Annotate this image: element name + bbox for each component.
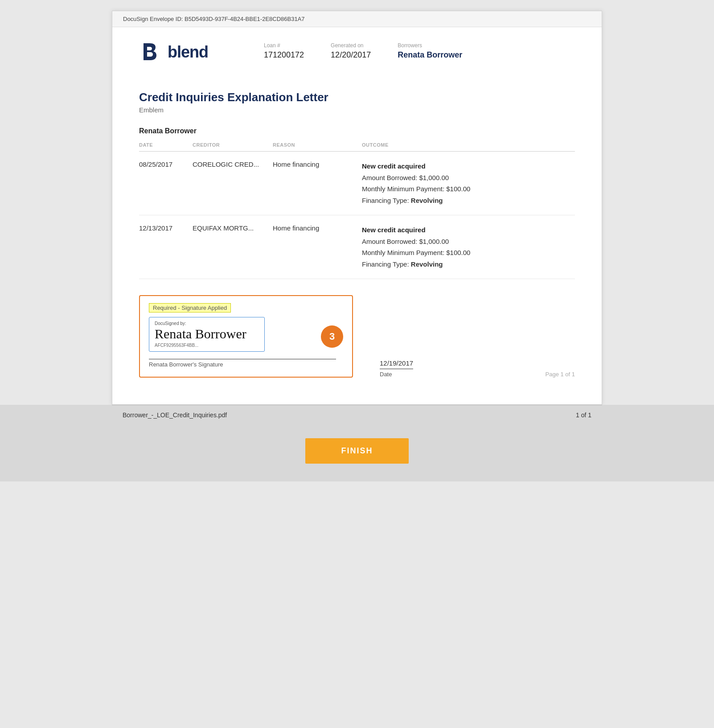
- col-reason: REASON: [273, 142, 362, 148]
- generated-date: 12/20/2017: [331, 50, 371, 60]
- brand-wordmark: blend: [168, 43, 208, 62]
- col-creditor: CREDITOR: [193, 142, 273, 148]
- row2-outcome-line2: Monthly Minimum Payment: $100.00: [362, 247, 575, 259]
- row2-outcome-line3: Financing Type: Revolving: [362, 259, 575, 270]
- document-container: DocuSign Envelope ID: B5D5493D-937F-4B24…: [112, 11, 602, 405]
- footer-filename: Borrower_-_LOE_Credit_Inquiries.pdf: [123, 411, 227, 419]
- sig-bottom-row: 12/19/2017 Date Page 1 of 1: [380, 359, 575, 378]
- finish-area: FINISH: [0, 425, 714, 481]
- loan-meta: Loan # 171200172: [264, 42, 304, 60]
- header-meta: Loan # 171200172 Generated on 12/20/2017…: [264, 41, 462, 60]
- row1-outcome-line1: Amount Borrowed: $1,000.00: [362, 172, 575, 184]
- col-date: DATE: [139, 142, 193, 148]
- signature-box[interactable]: Required - Signature Applied DocuSigned …: [139, 295, 353, 378]
- borrowers-name: Renata Borrower: [398, 50, 462, 60]
- sig-circle-badge: 3: [321, 325, 343, 348]
- loan-number: 171200172: [264, 50, 304, 60]
- blend-logo-icon: [139, 41, 162, 64]
- row1-reason: Home financing: [273, 160, 362, 168]
- finish-button[interactable]: FINISH: [305, 438, 408, 464]
- generated-meta: Generated on 12/20/2017: [331, 42, 371, 60]
- col-outcome: OUTCOME: [362, 142, 575, 148]
- docusign-envelope-id: DocuSign Envelope ID: B5D5493D-937F-4B24…: [123, 16, 305, 22]
- sig-inner-box: DocuSigned by: Renata Borrower AFCF92955…: [149, 317, 265, 352]
- table-row: 08/25/2017 CORELOGIC CRED... Home financ…: [139, 152, 575, 215]
- row2-outcome: New credit acquired Amount Borrowed: $1,…: [362, 224, 575, 270]
- document-body: Credit Inquiries Explanation Letter Embl…: [112, 73, 602, 404]
- sig-row: DocuSigned by: Renata Borrower AFCF92955…: [149, 317, 343, 354]
- date-label: Date: [380, 371, 413, 378]
- header-section: blend Loan # 171200172 Generated on 12/2…: [112, 27, 602, 73]
- row1-outcome-line3: Financing Type: Revolving: [362, 195, 575, 206]
- date-value: 12/19/2017: [380, 359, 413, 369]
- page-wrapper: DocuSign Envelope ID: B5D5493D-937F-4B24…: [0, 0, 714, 481]
- row2-outcome-line1: Amount Borrowed: $1,000.00: [362, 236, 575, 247]
- sig-name-cursive: Renata Borrower: [155, 326, 259, 342]
- table-header: DATE CREDITOR REASON OUTCOME: [139, 142, 575, 152]
- row2-reason: Home financing: [273, 224, 362, 232]
- logo-area: blend: [139, 41, 237, 64]
- signature-section: Required - Signature Applied DocuSigned …: [139, 295, 575, 378]
- document-borrower-name: Renata Borrower: [139, 127, 575, 135]
- row2-outcome-title: New credit acquired: [362, 224, 575, 236]
- document-title: Credit Inquiries Explanation Letter: [139, 90, 575, 104]
- row2-creditor: EQUIFAX MORTG...: [193, 224, 273, 232]
- generated-label: Generated on: [331, 42, 371, 49]
- sig-hash: AFCF9295563F4BB...: [155, 343, 259, 348]
- table-row: 12/13/2017 EQUIFAX MORTG... Home financi…: [139, 215, 575, 279]
- row1-date: 08/25/2017: [139, 160, 193, 168]
- outer-bg-top: DocuSign Envelope ID: B5D5493D-937F-4B24…: [0, 0, 714, 405]
- document-subtitle: Emblem: [139, 106, 575, 114]
- docusigned-label: DocuSigned by:: [155, 321, 259, 326]
- row1-outcome-line2: Monthly Minimum Payment: $100.00: [362, 183, 575, 195]
- docusign-banner: DocuSign Envelope ID: B5D5493D-937F-4B24…: [112, 11, 602, 27]
- borrowers-label: Borrowers: [398, 42, 462, 49]
- sig-label: Renata Borrower's Signature: [149, 361, 343, 368]
- required-badge: Required - Signature Applied: [149, 303, 343, 317]
- borrowers-meta: Borrowers Renata Borrower: [398, 42, 462, 60]
- row1-creditor: CORELOGIC CRED...: [193, 160, 273, 168]
- row2-date: 12/13/2017: [139, 224, 193, 232]
- loan-label: Loan #: [264, 42, 304, 49]
- row1-outcome: New credit acquired Amount Borrowed: $1,…: [362, 160, 575, 206]
- sig-underline: [149, 357, 336, 359]
- footer-bar: Borrower_-_LOE_Credit_Inquiries.pdf 1 of…: [112, 405, 602, 425]
- footer-pages: 1 of 1: [576, 411, 591, 419]
- date-section: 12/19/2017 Date: [380, 359, 413, 378]
- page-indicator: Page 1 of 1: [440, 371, 575, 378]
- row1-outcome-title: New credit acquired: [362, 160, 575, 172]
